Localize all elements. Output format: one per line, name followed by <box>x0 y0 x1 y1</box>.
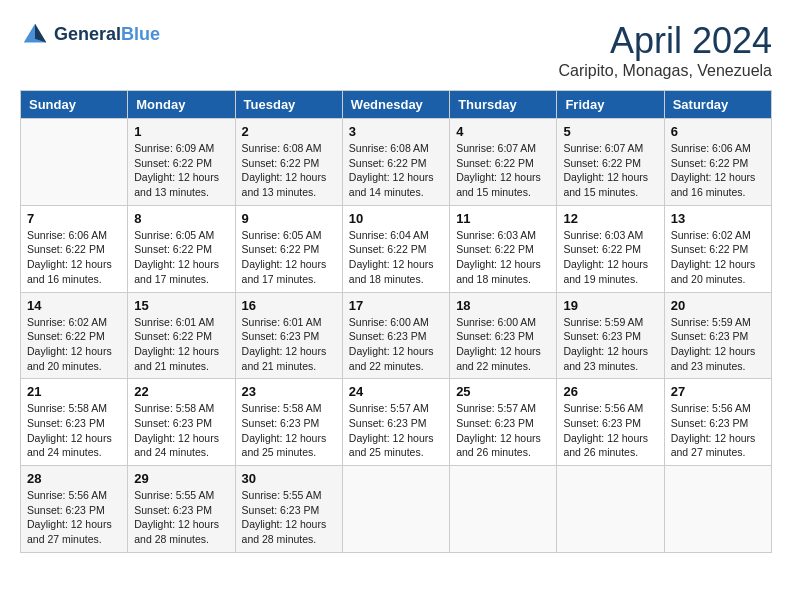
calendar-cell: 9Sunrise: 6:05 AM Sunset: 6:22 PM Daylig… <box>235 205 342 292</box>
calendar-cell: 5Sunrise: 6:07 AM Sunset: 6:22 PM Daylig… <box>557 119 664 206</box>
calendar-cell: 10Sunrise: 6:04 AM Sunset: 6:22 PM Dayli… <box>342 205 449 292</box>
calendar-cell: 14Sunrise: 6:02 AM Sunset: 6:22 PM Dayli… <box>21 292 128 379</box>
day-number: 18 <box>456 298 550 313</box>
column-header-saturday: Saturday <box>664 91 771 119</box>
calendar-cell: 25Sunrise: 5:57 AM Sunset: 6:23 PM Dayli… <box>450 379 557 466</box>
day-info: Sunrise: 5:57 AM Sunset: 6:23 PM Dayligh… <box>456 401 550 460</box>
day-number: 1 <box>134 124 228 139</box>
day-number: 3 <box>349 124 443 139</box>
calendar-cell: 26Sunrise: 5:56 AM Sunset: 6:23 PM Dayli… <box>557 379 664 466</box>
day-info: Sunrise: 5:59 AM Sunset: 6:23 PM Dayligh… <box>563 315 657 374</box>
calendar-week-4: 21Sunrise: 5:58 AM Sunset: 6:23 PM Dayli… <box>21 379 772 466</box>
calendar-cell: 8Sunrise: 6:05 AM Sunset: 6:22 PM Daylig… <box>128 205 235 292</box>
day-number: 20 <box>671 298 765 313</box>
day-number: 11 <box>456 211 550 226</box>
day-number: 26 <box>563 384 657 399</box>
calendar-header-row: SundayMondayTuesdayWednesdayThursdayFrid… <box>21 91 772 119</box>
calendar-cell: 27Sunrise: 5:56 AM Sunset: 6:23 PM Dayli… <box>664 379 771 466</box>
day-number: 4 <box>456 124 550 139</box>
day-number: 19 <box>563 298 657 313</box>
day-number: 21 <box>27 384 121 399</box>
calendar-cell: 17Sunrise: 6:00 AM Sunset: 6:23 PM Dayli… <box>342 292 449 379</box>
calendar-cell: 18Sunrise: 6:00 AM Sunset: 6:23 PM Dayli… <box>450 292 557 379</box>
calendar-cell: 3Sunrise: 6:08 AM Sunset: 6:22 PM Daylig… <box>342 119 449 206</box>
day-number: 25 <box>456 384 550 399</box>
logo: GeneralBlue <box>20 20 160 50</box>
day-info: Sunrise: 5:58 AM Sunset: 6:23 PM Dayligh… <box>242 401 336 460</box>
day-info: Sunrise: 5:58 AM Sunset: 6:23 PM Dayligh… <box>27 401 121 460</box>
day-number: 17 <box>349 298 443 313</box>
logo-icon <box>20 20 50 50</box>
title-block: April 2024 Caripito, Monagas, Venezuela <box>559 20 772 80</box>
location-subtitle: Caripito, Monagas, Venezuela <box>559 62 772 80</box>
day-info: Sunrise: 6:07 AM Sunset: 6:22 PM Dayligh… <box>456 141 550 200</box>
day-info: Sunrise: 6:02 AM Sunset: 6:22 PM Dayligh… <box>27 315 121 374</box>
day-info: Sunrise: 6:03 AM Sunset: 6:22 PM Dayligh… <box>456 228 550 287</box>
calendar-cell: 22Sunrise: 5:58 AM Sunset: 6:23 PM Dayli… <box>128 379 235 466</box>
day-number: 10 <box>349 211 443 226</box>
day-info: Sunrise: 6:05 AM Sunset: 6:22 PM Dayligh… <box>134 228 228 287</box>
column-header-friday: Friday <box>557 91 664 119</box>
day-info: Sunrise: 6:09 AM Sunset: 6:22 PM Dayligh… <box>134 141 228 200</box>
calendar-cell: 19Sunrise: 5:59 AM Sunset: 6:23 PM Dayli… <box>557 292 664 379</box>
day-number: 7 <box>27 211 121 226</box>
day-info: Sunrise: 5:55 AM Sunset: 6:23 PM Dayligh… <box>242 488 336 547</box>
calendar-cell: 7Sunrise: 6:06 AM Sunset: 6:22 PM Daylig… <box>21 205 128 292</box>
day-info: Sunrise: 6:00 AM Sunset: 6:23 PM Dayligh… <box>349 315 443 374</box>
day-number: 13 <box>671 211 765 226</box>
day-number: 14 <box>27 298 121 313</box>
day-number: 15 <box>134 298 228 313</box>
day-info: Sunrise: 5:58 AM Sunset: 6:23 PM Dayligh… <box>134 401 228 460</box>
day-info: Sunrise: 5:59 AM Sunset: 6:23 PM Dayligh… <box>671 315 765 374</box>
day-number: 12 <box>563 211 657 226</box>
calendar-cell <box>450 466 557 553</box>
calendar-cell <box>342 466 449 553</box>
day-info: Sunrise: 6:05 AM Sunset: 6:22 PM Dayligh… <box>242 228 336 287</box>
day-info: Sunrise: 6:08 AM Sunset: 6:22 PM Dayligh… <box>349 141 443 200</box>
calendar-cell <box>21 119 128 206</box>
calendar-week-3: 14Sunrise: 6:02 AM Sunset: 6:22 PM Dayli… <box>21 292 772 379</box>
calendar-cell: 23Sunrise: 5:58 AM Sunset: 6:23 PM Dayli… <box>235 379 342 466</box>
day-number: 27 <box>671 384 765 399</box>
calendar-table: SundayMondayTuesdayWednesdayThursdayFrid… <box>20 90 772 553</box>
day-number: 29 <box>134 471 228 486</box>
day-number: 5 <box>563 124 657 139</box>
day-info: Sunrise: 5:57 AM Sunset: 6:23 PM Dayligh… <box>349 401 443 460</box>
day-info: Sunrise: 6:06 AM Sunset: 6:22 PM Dayligh… <box>27 228 121 287</box>
calendar-cell: 24Sunrise: 5:57 AM Sunset: 6:23 PM Dayli… <box>342 379 449 466</box>
page-header: GeneralBlue April 2024 Caripito, Monagas… <box>20 20 772 80</box>
calendar-cell: 1Sunrise: 6:09 AM Sunset: 6:22 PM Daylig… <box>128 119 235 206</box>
day-info: Sunrise: 6:08 AM Sunset: 6:22 PM Dayligh… <box>242 141 336 200</box>
logo-text: GeneralBlue <box>54 24 160 46</box>
calendar-cell: 15Sunrise: 6:01 AM Sunset: 6:22 PM Dayli… <box>128 292 235 379</box>
calendar-cell: 12Sunrise: 6:03 AM Sunset: 6:22 PM Dayli… <box>557 205 664 292</box>
day-info: Sunrise: 6:02 AM Sunset: 6:22 PM Dayligh… <box>671 228 765 287</box>
day-info: Sunrise: 6:03 AM Sunset: 6:22 PM Dayligh… <box>563 228 657 287</box>
day-info: Sunrise: 5:56 AM Sunset: 6:23 PM Dayligh… <box>563 401 657 460</box>
day-info: Sunrise: 6:00 AM Sunset: 6:23 PM Dayligh… <box>456 315 550 374</box>
day-info: Sunrise: 6:01 AM Sunset: 6:23 PM Dayligh… <box>242 315 336 374</box>
column-header-wednesday: Wednesday <box>342 91 449 119</box>
calendar-cell: 6Sunrise: 6:06 AM Sunset: 6:22 PM Daylig… <box>664 119 771 206</box>
day-number: 30 <box>242 471 336 486</box>
calendar-cell: 20Sunrise: 5:59 AM Sunset: 6:23 PM Dayli… <box>664 292 771 379</box>
calendar-cell: 30Sunrise: 5:55 AM Sunset: 6:23 PM Dayli… <box>235 466 342 553</box>
day-number: 22 <box>134 384 228 399</box>
calendar-cell: 11Sunrise: 6:03 AM Sunset: 6:22 PM Dayli… <box>450 205 557 292</box>
calendar-cell: 16Sunrise: 6:01 AM Sunset: 6:23 PM Dayli… <box>235 292 342 379</box>
calendar-cell: 29Sunrise: 5:55 AM Sunset: 6:23 PM Dayli… <box>128 466 235 553</box>
column-header-thursday: Thursday <box>450 91 557 119</box>
calendar-cell: 28Sunrise: 5:56 AM Sunset: 6:23 PM Dayli… <box>21 466 128 553</box>
day-info: Sunrise: 5:55 AM Sunset: 6:23 PM Dayligh… <box>134 488 228 547</box>
calendar-week-5: 28Sunrise: 5:56 AM Sunset: 6:23 PM Dayli… <box>21 466 772 553</box>
calendar-cell: 13Sunrise: 6:02 AM Sunset: 6:22 PM Dayli… <box>664 205 771 292</box>
day-info: Sunrise: 6:06 AM Sunset: 6:22 PM Dayligh… <box>671 141 765 200</box>
day-info: Sunrise: 6:01 AM Sunset: 6:22 PM Dayligh… <box>134 315 228 374</box>
day-info: Sunrise: 5:56 AM Sunset: 6:23 PM Dayligh… <box>671 401 765 460</box>
day-info: Sunrise: 6:07 AM Sunset: 6:22 PM Dayligh… <box>563 141 657 200</box>
calendar-cell: 2Sunrise: 6:08 AM Sunset: 6:22 PM Daylig… <box>235 119 342 206</box>
calendar-cell: 4Sunrise: 6:07 AM Sunset: 6:22 PM Daylig… <box>450 119 557 206</box>
month-title: April 2024 <box>559 20 772 62</box>
column-header-tuesday: Tuesday <box>235 91 342 119</box>
calendar-cell <box>664 466 771 553</box>
